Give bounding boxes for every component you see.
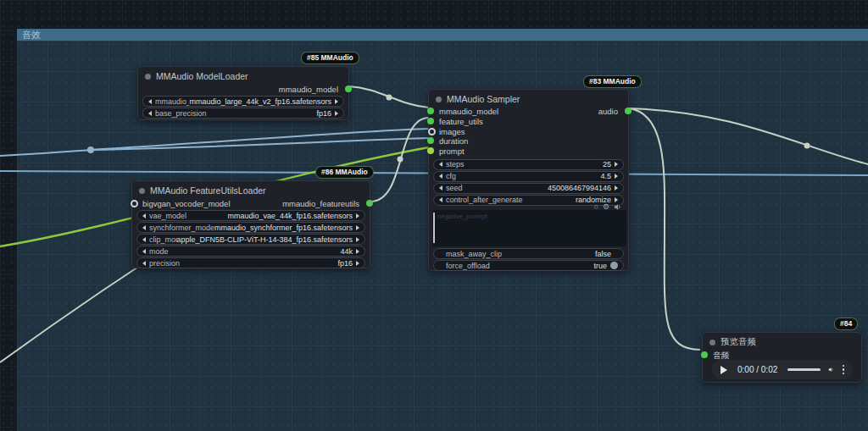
input-socket-prompt[interactable]	[427, 147, 434, 154]
widget-force-offload[interactable]: force_offload true	[433, 260, 624, 271]
node-title: MMAudio Sampler	[447, 94, 520, 104]
node-mmaudio-sampler[interactable]: MMAudio Sampler mmaudio_model audio feat…	[428, 89, 629, 271]
widget-vae-model[interactable]: vae_model mmaudio_vae_44k_fp16.safetenso…	[136, 210, 365, 221]
widget-precision[interactable]: precision fp16	[136, 257, 365, 268]
right-arrow-icon[interactable]	[356, 225, 359, 230]
node-title-bar[interactable]: MMAudio FeatureUtilsLoader	[132, 181, 370, 198]
widget-label: base_precision	[155, 108, 207, 119]
widget-label: mode	[149, 246, 169, 257]
widget-label: synchformer_model	[149, 223, 214, 233]
play-button[interactable]	[721, 366, 727, 374]
widget-clip-model[interactable]: clip_model apple_DFN5B-CLIP-ViT-H-14-384…	[136, 234, 365, 245]
node-title-bar[interactable]: MMAudio Sampler	[429, 90, 628, 107]
right-arrow-icon[interactable]	[335, 99, 338, 104]
widget-value: 25	[603, 159, 611, 169]
right-arrow-icon[interactable]	[615, 185, 618, 191]
node-mmaudio-featureutilsloader[interactable]: MMAudio FeatureUtilsLoader bigvgan_vocod…	[131, 180, 370, 268]
output-label: mmaudio_featureutils	[282, 199, 359, 208]
audio-player[interactable]: 0:00 / 0:02	[712, 360, 853, 379]
node-title-bar[interactable]: MMAudio ModelLoader	[138, 67, 348, 84]
input-socket-audio[interactable]	[701, 351, 708, 358]
left-arrow-icon[interactable]	[142, 213, 146, 218]
right-arrow-icon[interactable]	[356, 249, 359, 254]
node-title: 预览音频	[721, 336, 756, 348]
widget-value: 450086467994146	[548, 183, 611, 193]
widget-label: clip_model	[149, 235, 177, 245]
negative-prompt-textarea[interactable]: negative_prompt	[432, 210, 626, 246]
collapse-dot-icon[interactable]	[436, 97, 442, 102]
widget-value: 44k	[340, 246, 353, 257]
widget-seed[interactable]: seed 450086467994146	[433, 183, 624, 194]
left-arrow-icon[interactable]	[439, 174, 442, 179]
right-arrow-icon[interactable]	[356, 237, 359, 242]
input-label: bigvgan_vocoder_model	[142, 199, 231, 208]
input-socket-mmaudio-model[interactable]	[427, 108, 434, 114]
input-label: mmaudio_model	[439, 107, 498, 116]
textarea-placeholder: negative_prompt	[437, 213, 487, 220]
node-title: MMAudio FeatureUtilsLoader	[150, 185, 266, 196]
output-socket[interactable]	[366, 200, 373, 207]
node-graph-canvas[interactable]: 音效 MMAudio ModelLoader mmaudio_model mma…	[0, 0, 868, 431]
player-progress-bar[interactable]	[787, 368, 821, 371]
node-badge-86: #86 MMAudio	[315, 166, 374, 179]
widget-value: apple_DFN5B-CLIP-ViT-H-14-384_fp16.safet…	[177, 235, 353, 245]
widget-mode[interactable]: mode 44k	[136, 246, 365, 257]
widget-value: fp16	[337, 258, 353, 268]
widget-synchformer-model[interactable]: synchformer_model mmaudio_synchformer_fp…	[136, 222, 365, 233]
player-menu-button[interactable]	[843, 365, 845, 375]
volume-icon[interactable]	[828, 365, 834, 374]
widget-value: fp16	[316, 108, 331, 119]
collapse-dot-icon[interactable]	[139, 188, 145, 194]
widget-label: vae_model	[149, 211, 186, 221]
right-arrow-icon[interactable]	[615, 162, 618, 167]
left-arrow-icon[interactable]	[148, 111, 152, 116]
toggle-knob[interactable]	[610, 262, 618, 269]
left-arrow-icon[interactable]	[439, 162, 442, 167]
collapse-dot-icon[interactable]	[145, 74, 151, 80]
widget-label: seed	[446, 183, 463, 193]
widget-label: mask_away_clip	[446, 249, 502, 259]
right-arrow-icon[interactable]	[335, 111, 338, 116]
input-label: images	[439, 127, 465, 136]
input-socket-duration[interactable]	[427, 137, 434, 144]
io-row: bigvgan_vocoder_model mmaudio_featureuti…	[132, 198, 370, 209]
input-label: duration	[439, 136, 468, 146]
node-badge-85: #85 MMAudio	[301, 52, 359, 64]
left-arrow-icon[interactable]	[142, 249, 146, 254]
left-arrow-icon[interactable]	[142, 237, 146, 242]
right-arrow-icon[interactable]	[615, 174, 618, 179]
node-title-bar[interactable]: 预览音频	[703, 333, 861, 350]
input-label: prompt	[439, 146, 465, 156]
io-row: images	[429, 127, 628, 137]
widget-steps[interactable]: steps 25	[433, 159, 624, 170]
input-socket-images[interactable]	[428, 128, 436, 135]
io-row: feature_utils	[429, 117, 628, 127]
io-row: prompt	[429, 146, 628, 157]
output-socket[interactable]	[345, 86, 352, 92]
node-preview-audio[interactable]: 预览音频 音频 0:00 / 0:02	[702, 332, 862, 383]
right-arrow-icon[interactable]	[356, 261, 359, 266]
widget-cfg[interactable]: cfg 4.5	[433, 171, 624, 182]
collapse-dot-icon[interactable]	[709, 340, 715, 345]
left-arrow-icon[interactable]	[439, 197, 442, 202]
input-socket-feature-utils[interactable]	[427, 118, 434, 124]
output-socket-audio[interactable]	[625, 108, 632, 114]
node-mmaudio-modelloader[interactable]: MMAudio ModelLoader mmaudio_model mmaudi…	[137, 66, 349, 120]
widget-mask-away-clip[interactable]: mask_away_clip false	[433, 248, 624, 259]
right-arrow-icon[interactable]	[356, 213, 359, 218]
widget-label: force_offload	[446, 261, 490, 271]
group-title: 音效	[22, 30, 41, 40]
textarea-scrollbar[interactable]	[433, 213, 435, 243]
group-audio-header[interactable]: 音效	[17, 29, 868, 41]
widget-label: steps	[446, 159, 465, 169]
widget-mmaudio-model[interactable]: mmaudio_model mmaudio_large_44k_v2_fp16.…	[142, 96, 344, 107]
io-row: duration	[429, 136, 628, 146]
left-arrow-icon[interactable]	[439, 185, 442, 191]
left-arrow-icon[interactable]	[148, 99, 152, 104]
io-row: mmaudio_model audio	[429, 107, 628, 117]
left-arrow-icon[interactable]	[142, 261, 146, 266]
left-arrow-icon[interactable]	[142, 225, 146, 230]
widget-base-precision[interactable]: base_precision fp16	[142, 108, 344, 119]
widget-label: control_after_generate	[446, 195, 523, 205]
input-socket-bigvgan[interactable]	[131, 200, 138, 207]
